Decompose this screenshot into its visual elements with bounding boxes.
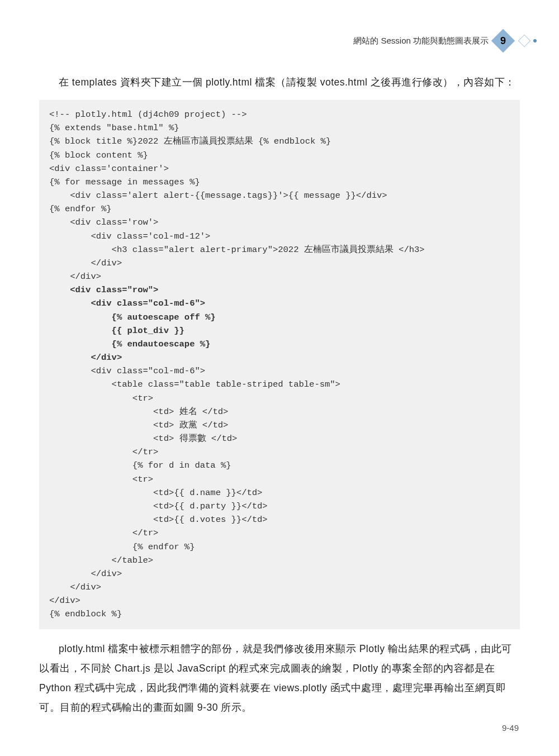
code-line: <td> 姓名 </td> bbox=[49, 407, 228, 417]
code-line: </tr> bbox=[49, 447, 158, 457]
decoration-dot-icon bbox=[533, 39, 537, 42]
code-line: <div class='col-md-12'> bbox=[49, 231, 210, 241]
header-title: 網站的 Session 功能與動態圖表展示 bbox=[353, 36, 489, 46]
code-line: <div class='container'> bbox=[49, 164, 169, 174]
page-header: 網站的 Session 功能與動態圖表展示 9 bbox=[353, 31, 537, 51]
code-line: </div> bbox=[49, 596, 80, 606]
code-line: <table class="table table-striped table-… bbox=[49, 379, 340, 389]
code-line-bold: </div> bbox=[49, 353, 122, 363]
code-line: {% extends "base.html" %} bbox=[49, 123, 179, 133]
code-line-bold: {% autoescape off %} bbox=[49, 312, 216, 322]
code-line: </table> bbox=[49, 555, 153, 565]
decoration-diamond-icon bbox=[518, 35, 531, 47]
code-line: {% endfor %} bbox=[49, 204, 112, 214]
code-line: <td> 得票數 </td> bbox=[49, 434, 237, 444]
code-line-bold: <div class="row"> bbox=[49, 285, 158, 295]
chapter-badge: 9 bbox=[493, 31, 513, 51]
code-line: </div> bbox=[49, 258, 122, 268]
page-content: 在 templates 資料夾下建立一個 plotly.html 檔案（請複製 … bbox=[39, 73, 520, 717]
code-line-bold: {% endautoescape %} bbox=[49, 339, 210, 349]
code-line: <!-- plotly.html (dj4ch09 project) --> bbox=[49, 110, 247, 120]
code-line: <td> 政黨 </td> bbox=[49, 420, 228, 430]
code-line: {% block content %} bbox=[49, 150, 148, 160]
code-line: {% for d in data %} bbox=[49, 460, 231, 470]
code-line: <td>{{ d.votes }}</td> bbox=[49, 515, 268, 525]
code-line: <div class='alert alert-{{message.tags}}… bbox=[49, 191, 387, 201]
code-line: <td>{{ d.name }}</td> bbox=[49, 488, 262, 498]
chapter-number: 9 bbox=[500, 35, 506, 47]
code-block: <!-- plotly.html (dj4ch09 project) --> {… bbox=[39, 100, 520, 629]
code-line: </div> bbox=[49, 569, 122, 579]
code-line: <tr> bbox=[49, 393, 153, 403]
code-line-bold: {{ plot_div }} bbox=[49, 326, 184, 336]
code-line: <div class="col-md-6"> bbox=[49, 366, 205, 376]
code-line: </tr> bbox=[49, 528, 158, 538]
code-line: <h3 class="alert alert-primary">2022 左楠區… bbox=[49, 245, 425, 255]
code-line: {% endfor %} bbox=[49, 542, 195, 552]
code-line: {% block title %}2022 左楠區市議員投票結果 {% endb… bbox=[49, 136, 331, 146]
code-line: {% endblock %} bbox=[49, 609, 122, 619]
closing-paragraph: plotly.html 檔案中被標示粗體字的部份，就是我們修改後用來顯示 Plo… bbox=[39, 639, 520, 717]
intro-paragraph: 在 templates 資料夾下建立一個 plotly.html 檔案（請複製 … bbox=[39, 73, 520, 92]
code-line: <td>{{ d.party }}</td> bbox=[49, 501, 268, 511]
page-number: 9-49 bbox=[502, 723, 519, 733]
code-line-bold: <div class="col-md-6"> bbox=[49, 298, 205, 308]
code-line: </div> bbox=[49, 272, 101, 282]
code-line: <div class='row'> bbox=[49, 217, 158, 227]
code-line: </div> bbox=[49, 582, 101, 592]
code-line: <tr> bbox=[49, 474, 153, 484]
code-line: {% for message in messages %} bbox=[49, 177, 200, 187]
